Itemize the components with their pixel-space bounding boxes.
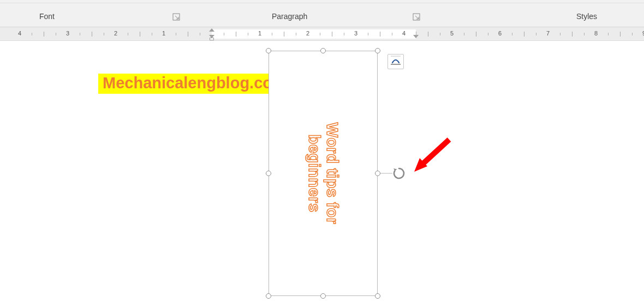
resize-handle-tl[interactable] [266,48,271,53]
resize-handle-tr[interactable] [375,48,380,53]
dialog-launcher-icon[interactable] [413,13,420,21]
ruler-num: 3 [354,30,357,37]
textbox[interactable]: Word tips for beginners [269,51,378,296]
ruler-num: 5 [450,30,454,37]
ruler-num: 1 [258,30,261,37]
watermark-text: Mechanicalengblog.com [98,74,291,94]
ruler-num: 6 [498,30,502,37]
ruler-num: 8 [594,30,598,37]
ruler-num: 7 [546,30,550,37]
resize-handle-bm[interactable] [320,293,326,299]
resize-handle-ml[interactable] [266,171,271,176]
ruler[interactable]: 4 3 2 1 1 2 3 4 [0,27,644,41]
ruler-num: 2 [306,30,309,37]
ruler-active-region [212,29,416,39]
ruler-num: 4 [402,30,406,37]
textbox-selection[interactable]: Word tips for beginners [269,51,378,296]
ruler-num: 3 [66,30,69,37]
ruler-num: 2 [114,30,117,37]
group-label-styles: Styles [576,12,597,21]
layout-options-icon [390,56,401,68]
textbox-text: Word tips for beginners [305,123,342,224]
layout-options-button[interactable] [387,54,404,69]
document-area[interactable]: Mechanicalengblog.com Word tips for begi… [0,41,644,308]
svg-marker-5 [414,158,427,172]
first-line-indent-marker[interactable] [209,28,214,32]
annotation-arrow [412,136,456,177]
resize-handle-br[interactable] [375,293,380,299]
rotate-icon [392,173,406,182]
svg-line-4 [422,140,449,165]
group-label-font: Font [39,12,55,21]
resize-handle-mr[interactable] [375,171,380,176]
ruler-num: 4 [18,30,21,37]
group-label-paragraph: Paragraph [272,12,307,21]
resize-handle-tm[interactable] [320,48,326,53]
hanging-indent-marker[interactable] [209,35,214,40]
resize-handle-bl[interactable] [266,293,271,299]
ruler-num: 1 [162,30,165,37]
dialog-launcher-icon[interactable] [172,13,180,21]
ribbon-group-labels: Font Paragraph Styles [0,3,644,27]
rotate-handle[interactable] [392,166,406,180]
